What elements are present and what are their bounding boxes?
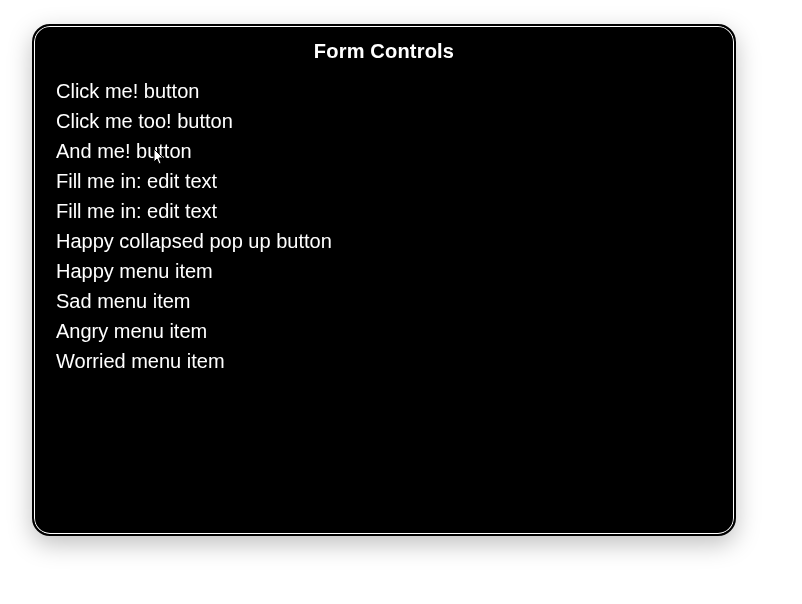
menu-item-sad[interactable]: Sad menu item (56, 287, 712, 315)
form-controls-panel: Form Controls Click me! button Click me … (32, 24, 736, 536)
menu-item-worried[interactable]: Worried menu item (56, 347, 712, 375)
controls-list: Click me! button Click me too! button An… (56, 77, 712, 375)
menu-item-happy[interactable]: Happy menu item (56, 257, 712, 285)
edit-text-1[interactable]: Fill me in: edit text (56, 167, 712, 195)
button-and-me[interactable]: And me! button (56, 137, 712, 165)
panel-title: Form Controls (56, 40, 712, 63)
popup-button-happy[interactable]: Happy collapsed pop up button (56, 227, 712, 255)
button-click-me[interactable]: Click me! button (56, 77, 712, 105)
menu-item-angry[interactable]: Angry menu item (56, 317, 712, 345)
edit-text-2[interactable]: Fill me in: edit text (56, 197, 712, 225)
button-click-me-too[interactable]: Click me too! button (56, 107, 712, 135)
